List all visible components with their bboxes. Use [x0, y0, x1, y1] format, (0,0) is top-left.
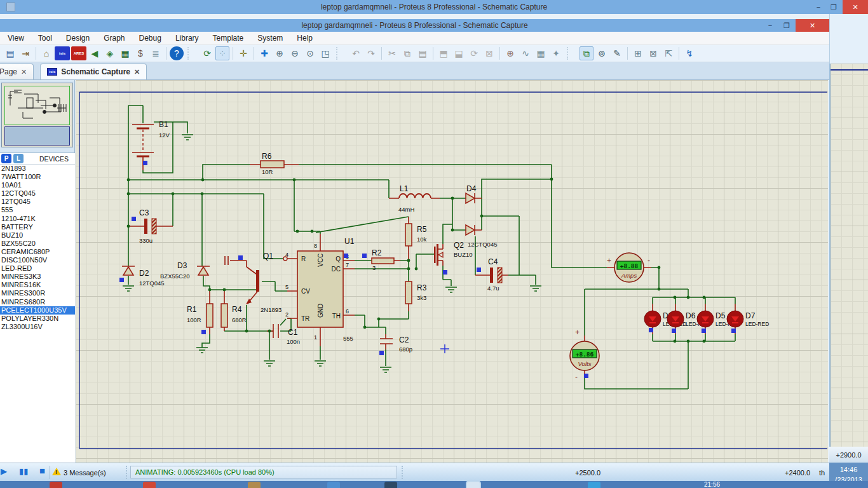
outer-titlebar[interactable]: leptop gardamqmneli - Proteus 8 Professi… [0, 0, 868, 14]
refresh-icon[interactable]: ⟳ [200, 46, 214, 60]
play-button[interactable]: ▮▶ [0, 466, 7, 476]
tools-icon[interactable]: ✦ [549, 46, 563, 60]
device-item-10a01[interactable]: 10A01 [0, 181, 75, 189]
design-explorer-icon[interactable]: ▦ [118, 46, 132, 60]
outer-minimize-button[interactable]: − [811, 0, 826, 14]
pick-devices-button[interactable]: P [1, 154, 11, 163]
bom-icon[interactable]: $ [133, 46, 147, 60]
pan-icon[interactable]: ✚ [257, 46, 271, 60]
menu-item-tool[interactable]: Tool [38, 34, 52, 43]
diode-d4[interactable] [466, 193, 475, 235]
outer-close-button[interactable]: ✕ [843, 0, 868, 14]
device-item-disc100n50v[interactable]: DISC100N50V [0, 256, 75, 264]
wire-autorouter-icon[interactable]: ⧉ [580, 46, 593, 60]
route-wire-icon[interactable]: ∿ [519, 46, 532, 60]
taskbar-app-3[interactable] [248, 482, 261, 488]
taskbar-app-1[interactable] [50, 482, 62, 488]
electrical-check-icon[interactable]: ↯ [682, 46, 696, 60]
menu-item-graph[interactable]: Graph [104, 34, 125, 43]
taskbar-app-2[interactable] [143, 482, 156, 488]
menu-item-design[interactable]: Design [66, 34, 90, 43]
diode-d3[interactable] [198, 267, 208, 275]
warning-icon[interactable] [52, 468, 61, 475]
schematic-canvas[interactable]: +8.88 Amps + - +8.86 Volts + - B1 12V R6… [76, 80, 828, 463]
device-item-2n1893[interactable]: 2N1893 [0, 165, 75, 173]
block-copy-icon[interactable]: ⬒ [437, 46, 451, 60]
close-tab-icon[interactable]: ✕ [21, 68, 27, 76]
ares-icon[interactable]: ARES [71, 46, 86, 60]
menu-item-help[interactable]: Help [297, 34, 313, 43]
device-item-led-red[interactable]: LED-RED [0, 264, 75, 273]
device-item-12tq045[interactable]: 12TQ045 [0, 198, 75, 206]
device-item-minres680r[interactable]: MINRES680R [0, 298, 75, 306]
copy-icon[interactable]: ⧉ [400, 46, 414, 60]
new-sheet-icon[interactable]: ⊞ [631, 46, 645, 60]
library-button[interactable]: L [13, 154, 24, 163]
transistor-q1[interactable] [246, 270, 259, 304]
block-delete-icon[interactable]: ⊠ [482, 46, 496, 60]
device-item-bzx55c20[interactable]: BZX55C20 [0, 240, 75, 248]
export-icon[interactable]: ◀ [88, 46, 102, 60]
isis-icon[interactable]: isis [55, 46, 70, 60]
menu-item-template[interactable]: Template [213, 34, 244, 43]
device-item-battery[interactable]: BATTERY [0, 223, 75, 231]
zoom-in-icon[interactable]: ⊕ [273, 46, 287, 60]
outer-restore-button[interactable]: ❐ [826, 0, 841, 14]
menu-item-view[interactable]: View [8, 34, 24, 43]
goto-sheet-icon[interactable]: ⇱ [661, 46, 675, 60]
home-icon[interactable]: ⌂ [39, 46, 53, 60]
remove-sheet-icon[interactable]: ⊠ [646, 46, 660, 60]
device-item-polylayer330n[interactable]: POLYLAYER330N [0, 315, 75, 323]
paste-icon[interactable]: ▤ [416, 46, 430, 60]
menu-item-library[interactable]: Library [175, 34, 199, 43]
mosfet-q2[interactable] [434, 244, 443, 266]
redo-icon[interactable]: ↷ [364, 46, 378, 60]
undo-icon[interactable]: ↶ [349, 46, 363, 60]
menu-item-debug[interactable]: Debug [139, 34, 161, 43]
taskbar-app-6[interactable] [467, 482, 480, 488]
tab-home-page[interactable]: e Page ✕ [0, 64, 34, 79]
device-item-zl3300u16v[interactable]: ZL3300U16V [0, 323, 75, 331]
block-rotate-icon[interactable]: ⟳ [467, 46, 481, 60]
zoom-out-icon[interactable]: ⊖ [288, 46, 302, 60]
stop-button[interactable]: ■ [39, 465, 45, 476]
device-item-555[interactable]: 555 [0, 206, 75, 214]
pause-button[interactable]: ▮▮ [19, 466, 28, 476]
save-icon[interactable]: ▤ [3, 46, 17, 60]
device-item-minres3k3[interactable]: MINRES3K3 [0, 273, 75, 281]
capacitor-c3[interactable] [144, 219, 156, 234]
taskbar-app-5[interactable] [384, 482, 397, 488]
zoom-all-icon[interactable]: ⊙ [303, 46, 317, 60]
import-icon[interactable]: ⇥ [18, 46, 32, 60]
3d-viewer-icon[interactable]: ◈ [103, 46, 117, 60]
search-icon[interactable]: ⊚ [595, 46, 609, 60]
device-list[interactable]: 2N18937WATT100R10A0112CTQ04512TQ04555512… [0, 165, 75, 463]
grid-icon[interactable]: ⁘ [215, 46, 229, 60]
device-item-minres16k[interactable]: MINRES16K [0, 281, 75, 289]
inner-titlebar[interactable]: leptop gardamqmneli - Proteus 8 Professi… [0, 19, 829, 32]
cut-icon[interactable]: ✂ [385, 46, 399, 60]
report-icon[interactable]: ≣ [149, 46, 163, 60]
inner-restore-button[interactable]: ❐ [779, 19, 794, 32]
zoom-area-icon[interactable]: ◳ [318, 46, 332, 60]
help-icon[interactable]: ? [170, 46, 184, 60]
taskbar-app-4[interactable] [327, 482, 340, 488]
device-item-12ctq045[interactable]: 12CTQ045 [0, 189, 75, 198]
inner-minimize-button[interactable]: − [763, 19, 778, 32]
property-assignment-icon[interactable]: ✎ [610, 46, 624, 60]
device-item-ceramic680p[interactable]: CERAMIC680P [0, 248, 75, 256]
tab-schematic-capture[interactable]: isis Schematic Capture ✕ [40, 64, 147, 79]
capacitor-c4[interactable] [490, 268, 502, 283]
menu-item-system[interactable]: System [257, 34, 283, 43]
taskbar[interactable]: 21:56 [0, 481, 868, 488]
device-item-1210-471k[interactable]: 1210-471K [0, 215, 75, 223]
taskbar-app-7[interactable] [588, 482, 600, 488]
close-tab-icon[interactable]: ✕ [134, 68, 140, 76]
device-item-minres300r[interactable]: MINRES300R [0, 289, 75, 297]
device-item-pcelect1000u35v[interactable]: PCELECT1000U35V [0, 306, 75, 315]
diode-d2[interactable] [123, 267, 133, 275]
message-count[interactable]: 3 Message(s) [64, 469, 106, 477]
origin-icon[interactable]: ✛ [236, 46, 250, 60]
inner-close-button[interactable]: ✕ [796, 19, 829, 32]
device-item-buz10[interactable]: BUZ10 [0, 231, 75, 240]
